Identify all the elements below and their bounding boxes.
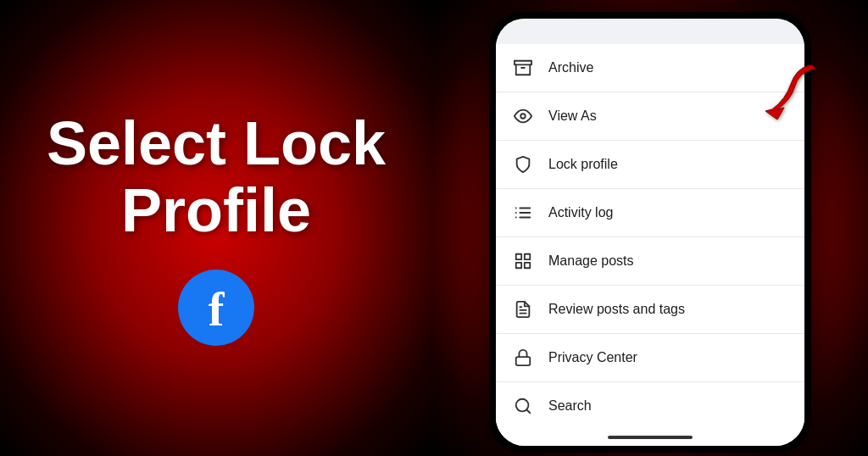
svg-rect-12 [516, 263, 521, 268]
menu-item-review-posts[interactable]: Review posts and tags [496, 286, 804, 334]
menu-item-lock-profile[interactable]: Lock profile [496, 141, 804, 189]
menu-item-activity-log[interactable]: Activity log [496, 189, 804, 237]
svg-rect-9 [516, 254, 521, 259]
top-spacer [496, 19, 804, 44]
lock-profile-label: Lock profile [548, 157, 618, 172]
title-line1: Select Lock [47, 109, 386, 177]
activity-log-icon [511, 201, 535, 225]
svg-rect-11 [525, 263, 530, 268]
left-panel: Select Lock Profile f [0, 0, 432, 456]
facebook-logo: f [178, 270, 254, 346]
phone-bottom-bar [496, 429, 804, 446]
search-label: Search [548, 398, 592, 414]
red-arrow [752, 58, 820, 126]
manage-posts-icon [511, 249, 535, 273]
privacy-center-icon [511, 346, 535, 370]
search-icon [511, 394, 535, 418]
main-title: Select Lock Profile [47, 110, 386, 244]
menu-item-privacy-center[interactable]: Privacy Center [496, 334, 804, 382]
manage-posts-label: Manage posts [548, 253, 634, 269]
privacy-center-label: Privacy Center [548, 350, 637, 365]
svg-rect-0 [515, 61, 531, 65]
eye-icon [511, 104, 535, 128]
svg-line-17 [526, 409, 530, 413]
review-posts-icon [511, 298, 535, 321]
menu-item-search[interactable]: Search [496, 382, 804, 429]
svg-rect-10 [525, 254, 530, 259]
archive-icon [511, 56, 535, 80]
phone-mockup: Archive View As [489, 12, 811, 453]
shield-icon [511, 153, 535, 176]
menu-item-manage-posts[interactable]: Manage posts [496, 237, 804, 286]
home-indicator [608, 436, 693, 439]
right-panel: Archive View As [432, 0, 868, 456]
svg-point-2 [520, 114, 526, 119]
review-posts-label: Review posts and tags [548, 302, 685, 317]
svg-rect-15 [516, 357, 531, 365]
archive-label: Archive [548, 60, 593, 75]
view-as-label: View As [548, 108, 597, 124]
activity-log-label: Activity log [548, 205, 613, 220]
title-line2: Profile [121, 176, 311, 244]
facebook-f-icon: f [209, 286, 225, 333]
